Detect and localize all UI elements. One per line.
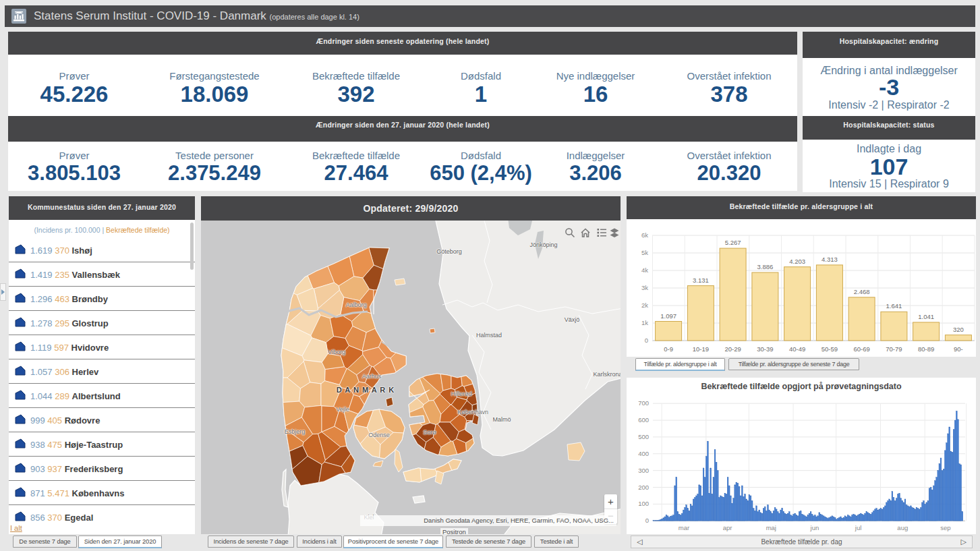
svg-text:0: 0	[645, 517, 649, 524]
svg-text:3k: 3k	[641, 284, 648, 291]
svg-text:2.468: 2.468	[854, 288, 870, 295]
svg-text:maj: maj	[766, 524, 776, 531]
svg-text:10-19: 10-19	[693, 345, 709, 353]
svg-text:320: 320	[953, 326, 964, 333]
svg-text:1.041: 1.041	[918, 313, 934, 320]
svg-text:40-49: 40-49	[789, 345, 805, 353]
svg-text:5k: 5k	[641, 249, 648, 256]
svg-text:700: 700	[638, 399, 649, 407]
svg-text:600: 600	[638, 416, 649, 424]
svg-text:5.267: 5.267	[725, 239, 741, 246]
svg-text:4k: 4k	[641, 266, 648, 274]
svg-text:90-: 90-	[954, 345, 963, 353]
svg-text:200: 200	[638, 484, 649, 491]
svg-text:aug: aug	[897, 524, 908, 531]
svg-text:300: 300	[638, 467, 649, 474]
svg-text:3.886: 3.886	[757, 263, 774, 270]
svg-text:100: 100	[638, 500, 649, 507]
svg-text:1.097: 1.097	[660, 312, 676, 320]
svg-text:0-9: 0-9	[664, 345, 673, 353]
svg-text:20-29: 20-29	[724, 345, 741, 353]
svg-text:jun: jun	[810, 524, 819, 531]
svg-text:80-89: 80-89	[918, 345, 934, 353]
svg-text:500: 500	[638, 433, 649, 440]
svg-text:60-69: 60-69	[853, 345, 869, 353]
svg-text:4.203: 4.203	[789, 258, 805, 265]
svg-text:jul: jul	[855, 524, 862, 531]
svg-text:6k: 6k	[641, 231, 648, 239]
svg-text:1.641: 1.641	[886, 302, 902, 310]
svg-text:30-39: 30-39	[757, 345, 773, 353]
svg-text:0: 0	[645, 337, 648, 344]
svg-text:70-79: 70-79	[886, 345, 902, 353]
svg-text:mar: mar	[679, 524, 689, 531]
svg-text:50-59: 50-59	[822, 345, 838, 353]
svg-text:3.131: 3.131	[693, 277, 709, 284]
svg-text:1k: 1k	[641, 319, 648, 326]
svg-text:400: 400	[638, 450, 649, 457]
svg-text:sep: sep	[940, 524, 950, 531]
svg-text:2k: 2k	[641, 301, 648, 309]
svg-text:4.313: 4.313	[822, 256, 838, 263]
svg-text:apr: apr	[723, 524, 732, 531]
